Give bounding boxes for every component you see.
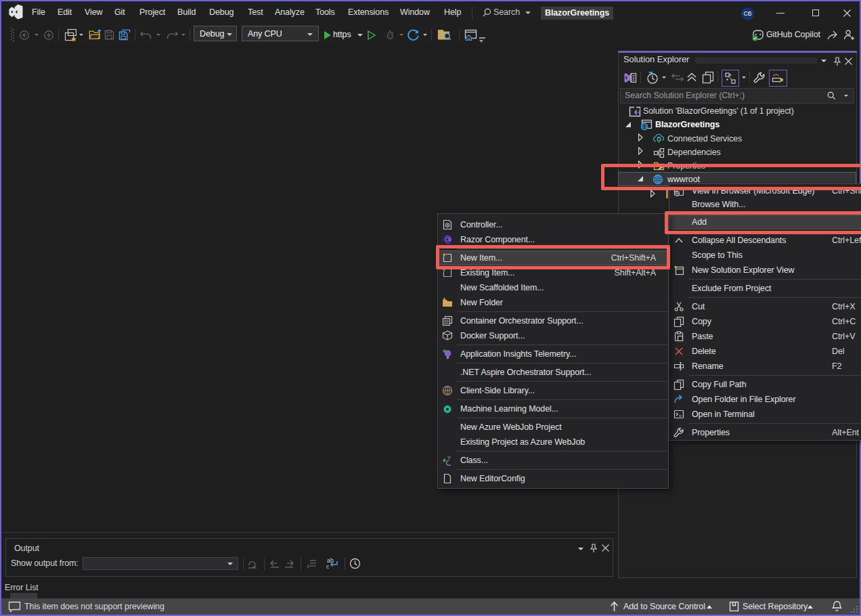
svg-text:c: c [326, 563, 330, 570]
